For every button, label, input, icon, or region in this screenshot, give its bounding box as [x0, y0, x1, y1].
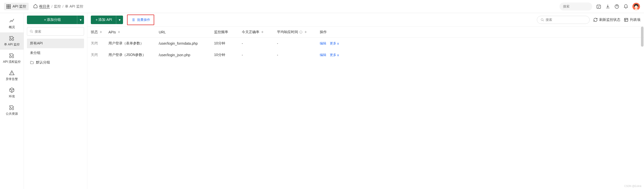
sidebar: 概况 单 API 监控 API 流程监控 异常告警 环境 公共资源: [0, 13, 24, 189]
group-panel: ＋ 添加分组 ▾ 所有API 未分组 默认分组: [24, 13, 87, 189]
sort-icon: [100, 31, 102, 33]
sidebar-item-resource[interactable]: 公共资源: [0, 102, 24, 119]
cell-resp: -: [277, 41, 320, 45]
table-row[interactable]: 关闭 用户登录（JSON参数） /user/login_json.php 10分…: [87, 49, 644, 61]
breadcrumb-mid[interactable]: 监控: [54, 4, 61, 9]
th-apis[interactable]: APIs: [108, 30, 159, 34]
cell-api: 用户登录（表单参数）: [108, 41, 159, 46]
group-item-ungrouped[interactable]: 未分组: [27, 48, 84, 58]
sidebar-label: API 流程监控: [3, 60, 21, 64]
svg-point-3: [30, 30, 32, 32]
breadcrumb-root[interactable]: 根目录: [39, 4, 50, 9]
columns-button[interactable]: 列表项: [624, 18, 640, 22]
main-search[interactable]: [537, 16, 590, 24]
sort-icon: [305, 31, 307, 33]
puzzle-icon: [9, 105, 15, 110]
header-right: [559, 3, 640, 11]
main-content: ＋ 添加 API ▾ 批量操作 刷新监控状态 列表项: [87, 13, 644, 189]
cell-status: 关闭: [91, 53, 108, 57]
info-icon: [299, 30, 303, 34]
top-header: API 监控 根目录 / 监控 / 单 API 监控: [0, 0, 644, 13]
sidebar-item-flow[interactable]: API 流程监控: [0, 50, 24, 67]
group-list: 所有API 未分组 默认分组: [27, 39, 84, 67]
alert-triangle-icon: [9, 70, 15, 76]
th-rate[interactable]: 今天正确率: [242, 30, 277, 34]
cell-freq: 10分钟: [214, 41, 242, 46]
cell-url: /user/login_json.php: [159, 53, 214, 57]
group-search-input[interactable]: [35, 30, 81, 33]
list-icon: [131, 18, 135, 22]
global-search-input[interactable]: [563, 5, 589, 8]
app-name: API 监控: [13, 4, 26, 9]
chevron-down-icon: ∨: [337, 53, 339, 57]
cell-status: 关闭: [91, 41, 108, 46]
calendar-check-icon[interactable]: [596, 4, 601, 9]
refresh-icon: [593, 18, 598, 22]
table-header: 状态 APIs URL 监控频率 今天正确率 平均响应时间 操作: [87, 27, 644, 38]
more-dropdown[interactable]: 更多 ∨: [330, 41, 339, 46]
group-item-all[interactable]: 所有API: [27, 39, 84, 48]
chevron-down-icon: ∨: [337, 42, 339, 45]
sidebar-label: 单 API 监控: [4, 42, 20, 47]
add-group-main[interactable]: ＋ 添加分组: [27, 16, 77, 24]
search-icon: [30, 30, 33, 33]
chart-line-icon: [9, 18, 15, 24]
sidebar-item-alert[interactable]: 异常告警: [0, 67, 24, 84]
cell-freq: 10分钟: [214, 53, 242, 57]
cell-ops: 编辑 更多 ∨: [320, 53, 640, 57]
breadcrumb-sep: /: [51, 5, 52, 9]
add-group-button[interactable]: ＋ 添加分组 ▾: [27, 16, 84, 24]
th-url[interactable]: URL: [159, 30, 214, 34]
cell-api: 用户登录（JSON参数）: [108, 53, 159, 57]
app-switcher[interactable]: API 监控: [4, 3, 29, 10]
add-api-main[interactable]: ＋ 添加 API: [91, 16, 116, 24]
columns-icon: [624, 18, 628, 22]
svg-point-4: [541, 18, 543, 20]
cell-rate: -: [242, 41, 277, 45]
sidebar-label: 异常告警: [6, 77, 18, 81]
edit-link[interactable]: 编辑: [320, 53, 326, 57]
breadcrumb: 根目录 / 监控 / 单 API 监控: [33, 4, 83, 9]
puzzle-icon: [9, 35, 15, 41]
sidebar-item-env[interactable]: 环境: [0, 84, 24, 102]
sidebar-item-single-api[interactable]: 单 API 监控: [0, 32, 24, 50]
cell-url: /user/login_formdata.php: [159, 41, 214, 45]
group-item-default[interactable]: 默认分组: [27, 58, 84, 67]
puzzle-icon: [9, 53, 15, 58]
cell-ops: 编辑 更多 ∨: [320, 41, 640, 46]
add-group-dropdown[interactable]: ▾: [77, 16, 84, 24]
bell-icon[interactable]: [623, 4, 628, 9]
refresh-status-button[interactable]: 刷新监控状态: [593, 18, 620, 22]
svg-point-2: [635, 5, 638, 8]
grid-icon: [7, 5, 11, 9]
cell-rate: -: [242, 53, 277, 57]
avatar[interactable]: [632, 3, 640, 10]
cell-resp: -: [277, 53, 320, 57]
add-api-dropdown[interactable]: ▾: [116, 16, 123, 24]
sidebar-label: 环境: [9, 94, 15, 99]
add-api-button[interactable]: ＋ 添加 API ▾: [91, 16, 123, 24]
download-icon[interactable]: [605, 4, 610, 9]
th-freq[interactable]: 监控频率: [214, 30, 242, 34]
th-resp[interactable]: 平均响应时间: [277, 30, 320, 34]
table-row[interactable]: 关闭 用户登录（表单参数） /user/login_formdata.php 1…: [87, 38, 644, 49]
scrollbar[interactable]: [641, 27, 643, 47]
help-icon[interactable]: [614, 4, 619, 9]
sidebar-label: 概况: [9, 25, 15, 29]
more-dropdown[interactable]: 更多 ∨: [330, 53, 339, 57]
sidebar-item-overview[interactable]: 概况: [0, 15, 24, 32]
main-toolbar: ＋ 添加 API ▾ 批量操作 刷新监控状态 列表项: [87, 13, 644, 27]
toolbar-right: 刷新监控状态 列表项: [537, 16, 640, 24]
batch-ops-button[interactable]: 批量操作: [127, 15, 154, 25]
global-search[interactable]: [559, 3, 592, 11]
sort-icon: [261, 31, 263, 33]
th-status[interactable]: 状态: [91, 30, 108, 34]
group-search[interactable]: [27, 27, 84, 36]
folder-icon: [30, 60, 34, 65]
th-ops: 操作: [320, 30, 640, 34]
main-search-input[interactable]: [546, 18, 586, 22]
edit-link[interactable]: 编辑: [320, 41, 326, 46]
svg-rect-5: [624, 18, 628, 21]
sort-icon: [118, 31, 120, 33]
home-icon[interactable]: [33, 4, 38, 9]
